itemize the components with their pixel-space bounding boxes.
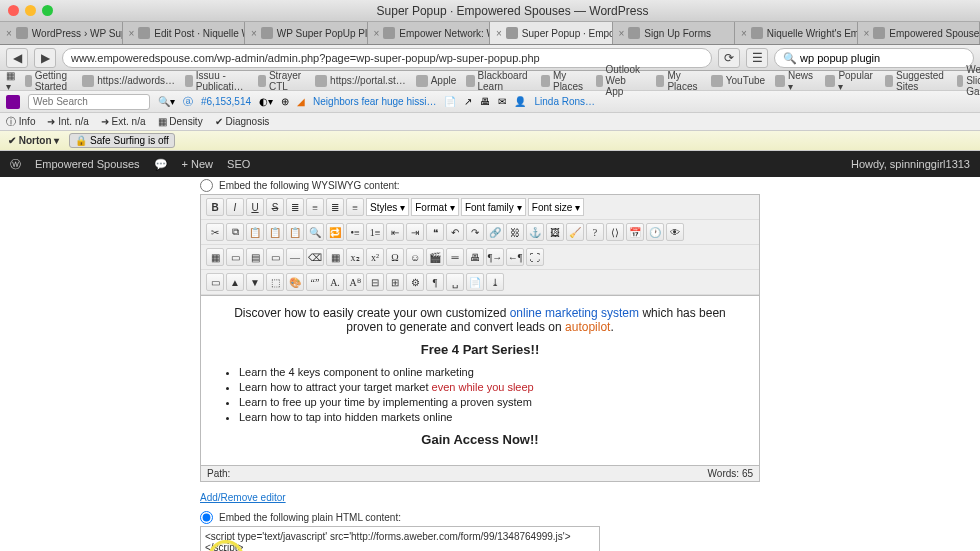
cut-button[interactable]: ✂ <box>206 223 224 241</box>
tab-close-icon[interactable]: × <box>741 28 747 39</box>
wp-howdy[interactable]: Howdy, spinninggirl1313 <box>851 158 970 170</box>
user-icon[interactable]: 👤 <box>514 96 526 107</box>
bookmarks-menu-icon[interactable]: ▦ ▾ <box>6 70 15 92</box>
norton-label[interactable]: Norton ▾ <box>19 135 60 146</box>
ltr-button[interactable]: ¶→ <box>486 248 504 266</box>
wp-new-button[interactable]: + New <box>182 158 214 170</box>
bullet-list-button[interactable]: •≡ <box>346 223 364 241</box>
close-window-button[interactable] <box>8 5 19 16</box>
paste-word-button[interactable]: 📋 <box>286 223 304 241</box>
browser-tab-active[interactable]: ×Super Popup · Empowered Sp… <box>490 22 613 44</box>
yahoo-icon[interactable] <box>6 95 20 109</box>
reader-button[interactable]: ☰ <box>746 48 768 68</box>
bookmark-item[interactable]: Blackboard Learn <box>466 70 531 92</box>
unlink-button[interactable]: ⛓ <box>506 223 524 241</box>
font-size-select[interactable]: Font size ▾ <box>528 198 585 216</box>
acronym-button[interactable]: Aᴮ <box>346 273 364 291</box>
embed-plain-html-radio[interactable] <box>200 511 213 524</box>
rss-feed[interactable]: Neighbors fear huge hissi… <box>313 96 436 107</box>
redo-button[interactable]: ↷ <box>466 223 484 241</box>
back-button[interactable]: ◀ <box>6 48 28 68</box>
bookmark-item[interactable]: News ▾ <box>775 70 815 92</box>
minimize-window-button[interactable] <box>25 5 36 16</box>
preview-button[interactable]: 👁 <box>666 223 684 241</box>
copy-button[interactable]: ⧉ <box>226 223 244 241</box>
int-links[interactable]: ➜ Int. n/a <box>47 116 88 127</box>
nbsp-button[interactable]: ␣ <box>446 273 464 291</box>
layer-button[interactable]: ▭ <box>206 273 224 291</box>
fullscreen-button[interactable]: ⛶ <box>526 248 544 266</box>
bookmark-item[interactable]: Issuu - Publicati… <box>185 70 248 92</box>
ins-button[interactable]: ⊞ <box>386 273 404 291</box>
gmail-icon[interactable]: ✉ <box>498 96 506 107</box>
wp-comments-icon[interactable]: 💬 <box>154 158 168 171</box>
share-icon[interactable]: ↗ <box>464 96 472 107</box>
attribs-button[interactable]: ⚙ <box>406 273 424 291</box>
layer-forward-button[interactable]: ▲ <box>226 273 244 291</box>
ext-links[interactable]: ➜ Ext. n/a <box>101 116 146 127</box>
font-family-select[interactable]: Font family ▾ <box>461 198 526 216</box>
table-props-button[interactable]: ▤ <box>246 248 264 266</box>
mail-icon[interactable]: 📄 <box>444 96 456 107</box>
anchor-button[interactable]: ⚓ <box>526 223 544 241</box>
undo-button[interactable]: ↶ <box>446 223 464 241</box>
browser-tab[interactable]: ×Empower Network: Weird Ma… <box>368 22 491 44</box>
tab-close-icon[interactable]: × <box>251 28 257 39</box>
abs-button[interactable]: ⬚ <box>266 273 284 291</box>
underline-button[interactable]: U <box>246 198 264 216</box>
tab-close-icon[interactable]: × <box>619 28 625 39</box>
link-button[interactable]: 🔗 <box>486 223 504 241</box>
print-icon[interactable]: 🖶 <box>480 96 490 107</box>
user-name[interactable]: Linda Rons… <box>534 96 595 107</box>
sup-button[interactable]: x² <box>366 248 384 266</box>
italic-button[interactable]: I <box>226 198 244 216</box>
reload-button[interactable]: ⟳ <box>718 48 740 68</box>
replace-button[interactable]: 🔁 <box>326 223 344 241</box>
bookmark-item[interactable]: Outlook Web App <box>596 64 645 97</box>
tab-close-icon[interactable]: × <box>6 28 12 39</box>
browser-tab[interactable]: ×Edit Post · Niquelle Wright's … <box>123 22 246 44</box>
bookmark-item[interactable]: Strayer CTL <box>258 70 305 92</box>
browser-tab[interactable]: ×Empowered Spouses | Preven… <box>858 22 981 44</box>
bookmark-item[interactable]: Web Slice Gallery <box>957 64 980 97</box>
bookmark-item[interactable]: Getting Started <box>25 70 72 92</box>
extension-icon[interactable]: ⊕ <box>281 96 289 107</box>
del-button[interactable]: ⊟ <box>366 273 384 291</box>
charmap-button[interactable]: Ω <box>386 248 404 266</box>
find-button[interactable]: 🔍 <box>306 223 324 241</box>
bookmark-item[interactable]: Suggested Sites <box>885 70 948 92</box>
bookmark-item[interactable]: Apple <box>416 75 457 87</box>
bookmark-item[interactable]: My Places <box>656 70 701 92</box>
numbered-list-button[interactable]: 1≡ <box>366 223 384 241</box>
remove-format-button[interactable]: ⌫ <box>306 248 324 266</box>
emoticons-button[interactable]: ☺ <box>406 248 424 266</box>
tab-close-icon[interactable]: × <box>496 28 502 39</box>
norton-status-badge[interactable]: 🔒 Safe Surfing is off <box>69 133 175 148</box>
flame-icon[interactable]: ◢ <box>297 96 305 107</box>
sub-button[interactable]: x₂ <box>346 248 364 266</box>
tab-close-icon[interactable]: × <box>129 28 135 39</box>
layer-back-button[interactable]: ▼ <box>246 273 264 291</box>
print-button[interactable]: 🖶 <box>466 248 484 266</box>
abbr-button[interactable]: A. <box>326 273 344 291</box>
indent-button[interactable]: ⇥ <box>406 223 424 241</box>
wp-seo-menu[interactable]: SEO <box>227 158 250 170</box>
density-button[interactable]: ▦ Density <box>158 116 203 127</box>
browser-tab[interactable]: ×WordPress › WP Super Popup … <box>0 22 123 44</box>
search-icon[interactable]: 🔍▾ <box>158 96 175 107</box>
rtl-button[interactable]: ←¶ <box>506 248 524 266</box>
image-button[interactable]: 🖼 <box>546 223 564 241</box>
date-button[interactable]: 📅 <box>626 223 644 241</box>
align-justify-button[interactable]: ≡ <box>346 198 364 216</box>
forward-button[interactable]: ▶ <box>34 48 56 68</box>
time-button[interactable]: 🕐 <box>646 223 664 241</box>
tab-close-icon[interactable]: × <box>864 28 870 39</box>
template-button[interactable]: 📄 <box>466 273 484 291</box>
table-delete-button[interactable]: ▭ <box>266 248 284 266</box>
advhr-button[interactable]: ═ <box>446 248 464 266</box>
browser-tab[interactable]: ×Niquelle Wright's Empower N… <box>735 22 858 44</box>
align-left-button[interactable]: ≣ <box>286 198 304 216</box>
wysiwyg-editor[interactable]: Discover how to easily create your own c… <box>200 296 760 466</box>
paste-button[interactable]: 📋 <box>246 223 264 241</box>
bold-button[interactable]: B <box>206 198 224 216</box>
